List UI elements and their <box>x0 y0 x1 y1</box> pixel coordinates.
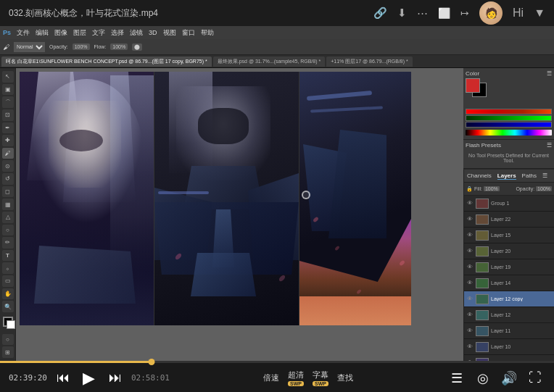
more-icon[interactable]: ⋯ <box>417 7 428 20</box>
g-slider[interactable] <box>466 115 552 121</box>
playlist-button[interactable]: ☰ <box>447 368 467 388</box>
lock-label: 🔒 <box>466 186 473 192</box>
tool-mask[interactable]: ○ <box>2 334 14 346</box>
layer-item-2[interactable]: 👁Layer 15 <box>464 228 554 243</box>
layer-item-10[interactable]: 👁Solid Blossom Face 6 <box>464 355 554 361</box>
download-icon[interactable]: ⬇ <box>397 7 407 20</box>
tool-crop[interactable]: ⊡ <box>2 109 14 121</box>
tool-stamp[interactable]: ⊙ <box>2 160 14 172</box>
fill-value[interactable]: 100% <box>484 186 500 191</box>
ps-menu-edit[interactable]: 编辑 <box>36 28 49 38</box>
layer-eye-8[interactable]: 👁 <box>466 328 474 335</box>
layer-item-3[interactable]: 👁Layer 20 <box>464 243 554 259</box>
layer-item-4[interactable]: 👁Layer 19 <box>464 259 554 275</box>
tool-eyedrop[interactable]: ✒ <box>2 122 14 134</box>
tool-lasso[interactable]: ⌒ <box>2 96 14 108</box>
ps-tab-0[interactable]: 呵名 白花草E1\SUNFLOWER BENCH CONCEPT.psd @ 8… <box>1 57 212 67</box>
paths-tab[interactable]: Paths <box>522 172 537 179</box>
hi-label[interactable]: Hi <box>513 7 524 20</box>
prev-button[interactable]: ⏮ <box>53 368 73 388</box>
ps-menu-window[interactable]: 窗口 <box>182 28 195 38</box>
layer-eye-5[interactable]: 👁 <box>466 280 474 287</box>
layer-item-5[interactable]: 👁Layer 14 <box>464 275 554 291</box>
tool-select[interactable]: ▣ <box>2 84 14 96</box>
fg-bg-colors <box>466 78 552 93</box>
layer-name-4: Layer 19 <box>491 264 552 270</box>
tool-path[interactable]: ⬦ <box>2 262 14 274</box>
tool-heal[interactable]: ✚ <box>2 135 14 146</box>
opacity-value[interactable]: 100% <box>536 186 552 191</box>
ps-opacity-value[interactable]: 100% <box>73 43 90 50</box>
tool-text[interactable]: T <box>2 250 14 262</box>
layer-eye-6[interactable]: 👁 <box>466 296 474 303</box>
avatar[interactable]: 🧑 <box>479 1 503 25</box>
tool-move[interactable]: ↖ <box>2 71 14 83</box>
tool-shape[interactable]: ▭ <box>2 275 14 287</box>
ps-flow-value[interactable]: 100% <box>110 43 128 50</box>
color-panel-menu[interactable]: ☰ <box>547 70 552 77</box>
tool-history[interactable]: ↺ <box>2 173 14 185</box>
fg-color[interactable] <box>3 317 13 327</box>
ps-menu-image[interactable]: 图像 <box>54 28 67 38</box>
tool-gradient[interactable]: ▦ <box>2 199 14 210</box>
layer-item-8[interactable]: 👁Layer 11 <box>464 323 554 339</box>
color-spectrum[interactable] <box>466 130 552 135</box>
tool-eraser[interactable]: ◻ <box>2 186 14 198</box>
quality-button[interactable]: 超清 SWP <box>288 370 304 386</box>
volume-button[interactable]: 🔊 <box>499 368 519 388</box>
ps-menu-layer[interactable]: 图层 <box>73 28 86 38</box>
cast-icon[interactable]: ↦ <box>460 7 469 19</box>
b-slider[interactable] <box>466 122 552 128</box>
airplay-button[interactable]: ◎ <box>473 368 493 388</box>
subtitle-button[interactable]: 字幕 SWP <box>313 370 328 386</box>
fg-color-swatch[interactable] <box>466 78 480 93</box>
r-slider[interactable] <box>466 109 552 114</box>
layer-eye-3[interactable]: 👁 <box>466 248 474 255</box>
next-button[interactable]: ⏭ <box>105 368 125 388</box>
tool-pen[interactable]: ✏ <box>2 237 14 249</box>
layer-name-1: Layer 22 <box>491 217 552 222</box>
tool-quick[interactable]: ⊞ <box>2 346 14 358</box>
layers-tab[interactable]: Layers <box>497 172 516 180</box>
layer-eye-7[interactable]: 👁 <box>466 312 474 319</box>
layer-eye-2[interactable]: 👁 <box>466 232 474 239</box>
flash-presets-menu[interactable]: ☰ <box>547 142 552 149</box>
fill-label: Fill: <box>474 186 482 191</box>
layers-panel-menu[interactable]: ☰ <box>542 172 547 179</box>
layer-item-6[interactable]: 👁Layer 12 copy <box>464 291 554 307</box>
ps-menu-filter[interactable]: 滤镜 <box>130 28 143 38</box>
tool-dodge[interactable]: ○ <box>2 225 14 236</box>
layer-eye-4[interactable]: 👁 <box>466 264 474 271</box>
layer-name-7: Layer 12 <box>491 312 552 317</box>
layer-item-9[interactable]: 👁Layer 10 <box>464 339 554 355</box>
channels-tab[interactable]: Channels <box>467 172 492 179</box>
ps-blend-mode[interactable]: Normal <box>14 42 45 52</box>
ps-tab-1[interactable]: 最终效果.psd @ 31.7%...(sample45, RGB/8) * <box>213 57 326 67</box>
fullscreen-button[interactable]: ⛶ <box>525 368 545 388</box>
pip-icon[interactable]: ⬜ <box>438 7 450 19</box>
share-icon[interactable]: 🔗 <box>373 7 387 20</box>
tool-brush[interactable]: 🖌 <box>2 148 14 159</box>
ps-menu-file[interactable]: 文件 <box>17 28 30 38</box>
layer-item-7[interactable]: 👁Layer 12 <box>464 307 554 323</box>
layer-item-1[interactable]: 👁Layer 22 <box>464 212 554 228</box>
ps-menu-3d[interactable]: 3D <box>149 29 157 36</box>
layer-eye-1[interactable]: 👁 <box>466 216 474 223</box>
ps-brush-size[interactable]: ⬤ <box>132 43 142 51</box>
ps-menu-help[interactable]: 帮助 <box>201 28 214 38</box>
speed-button[interactable]: 倍速 <box>263 372 279 383</box>
tool-hand[interactable]: ✋ <box>2 288 14 300</box>
progress-container[interactable] <box>0 361 554 363</box>
layer-eye-0[interactable]: 👁 <box>466 200 474 207</box>
ps-menu-view[interactable]: 视图 <box>163 28 176 38</box>
play-button[interactable]: ▶ <box>79 368 99 388</box>
ps-menu-select[interactable]: 选择 <box>111 28 124 38</box>
layer-eye-9[interactable]: 👁 <box>466 343 474 351</box>
tool-zoom[interactable]: 🔍 <box>2 301 14 312</box>
hi-chevron-icon[interactable]: ▼ <box>534 7 545 20</box>
tool-blur[interactable]: △ <box>2 212 14 223</box>
ps-tab-2[interactable]: +11% 图层17 @ 86.79...(RGB/8) * <box>326 57 413 67</box>
ps-menu-text[interactable]: 文字 <box>92 28 105 38</box>
layer-item-0[interactable]: 👁Group 1 <box>464 196 554 212</box>
find-button[interactable]: 查找 <box>337 372 353 383</box>
